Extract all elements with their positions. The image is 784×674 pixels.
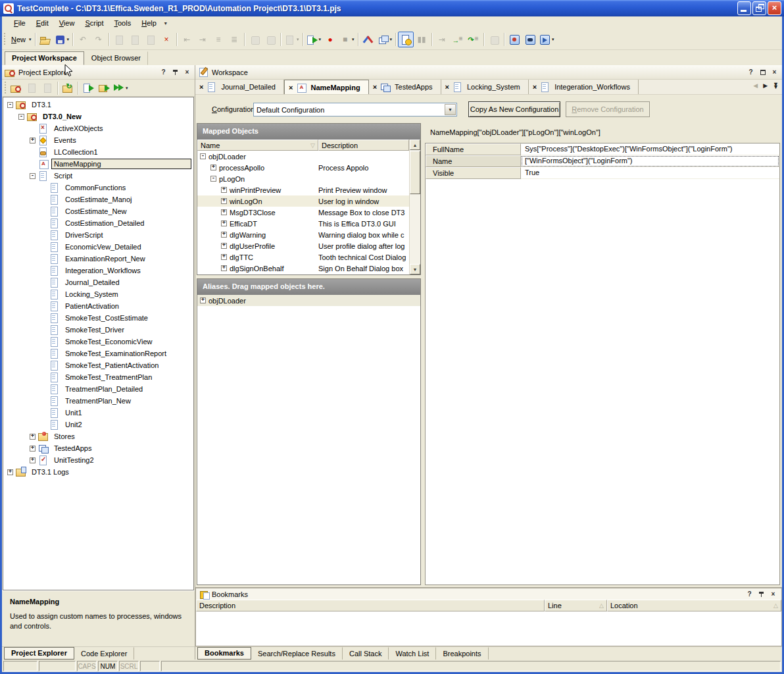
save-icon-dropdown-arrow-icon[interactable]: ▾: [66, 37, 70, 42]
run-project-suite-icon-dropdown-arrow-icon[interactable]: ▾: [124, 86, 128, 91]
doc-tab-namemapping[interactable]: ×NameMapping: [284, 80, 369, 94]
property-value[interactable]: True: [521, 167, 779, 179]
expander-icon[interactable]: +: [221, 187, 227, 193]
expander-icon[interactable]: +: [30, 457, 36, 463]
run-project-suite-icon[interactable]: ▾: [112, 80, 130, 96]
tab-scroll-left-icon[interactable]: ◀: [753, 82, 758, 89]
mapped-object-msgdt3close[interactable]: +MsgDT3CloseMessage Box to close DT3: [197, 207, 409, 218]
new-button[interactable]: New▾: [7, 32, 33, 47]
open-icon[interactable]: [37, 32, 53, 47]
expander-icon[interactable]: +: [221, 198, 227, 204]
tree-item-namemapping[interactable]: NameMapping: [3, 158, 193, 170]
tree-item-economicvew-detailed[interactable]: EconomicVew_Detailed: [3, 241, 193, 253]
mapped-objects-scrollbar[interactable]: ▲ ▼: [409, 140, 420, 274]
expander-icon[interactable]: +: [221, 254, 227, 260]
bookmarks-help-icon[interactable]: ?: [745, 590, 754, 599]
tree-item-script[interactable]: -Script: [3, 170, 193, 182]
tree-item-unit1[interactable]: Unit1: [3, 407, 193, 419]
mapped-object-efficadt[interactable]: +EfficaDTThis is Effica DT3.0 GUI: [197, 218, 409, 229]
property-row-fullname[interactable]: FullNameSys["Process"]("DesktopExec")["W…: [426, 143, 779, 155]
scroll-down-icon[interactable]: ▼: [410, 264, 420, 274]
copy-configuration-button[interactable]: Copy As New Configuration: [468, 101, 560, 117]
bookmarks-column-description[interactable]: Description: [196, 600, 545, 611]
tree-item-costestimate-new[interactable]: CostEstimate_New: [3, 205, 193, 217]
alias-objdloader[interactable]: +objDLoader: [197, 295, 420, 306]
highlight-panel-icon[interactable]: [398, 32, 414, 47]
tree-item-examinationreport-new[interactable]: ExaminationReport_New: [3, 253, 193, 265]
mapped-object-objdloader[interactable]: -objDLoader: [197, 151, 409, 162]
mapped-object-winlogon[interactable]: +winLogOnUser log in window: [197, 195, 409, 207]
expander-icon[interactable]: -: [210, 176, 216, 182]
pin-icon[interactable]: [170, 68, 180, 77]
tree-item-dt3-1[interactable]: -DT3.1: [3, 99, 193, 111]
run-icon-dropdown-arrow-icon[interactable]: ▾: [318, 37, 322, 42]
tree-item-driverscript[interactable]: DriverScript: [3, 229, 193, 241]
footer-tab-breakpoints[interactable]: Breakpoints: [436, 647, 488, 660]
doc-tab-integeration-workflows[interactable]: ×Integeration_Workflows: [529, 80, 639, 94]
footer-tab-watch-list[interactable]: Watch List: [389, 647, 436, 660]
tree-item-smoketest-driver[interactable]: SmokeTest_Driver: [3, 324, 193, 336]
debug-info-icon-dropdown-arrow-icon[interactable]: ▾: [551, 37, 554, 42]
tree-item-testedapps[interactable]: +TestedApps: [3, 442, 193, 454]
step-out-icon[interactable]: [466, 32, 481, 47]
tab-object-browser[interactable]: Object Browser: [84, 51, 148, 65]
tree-item-journal-detailed[interactable]: Journal_Detailed: [3, 276, 193, 288]
tree-item-activexobjects[interactable]: ActiveXObjects: [3, 122, 193, 134]
expander-icon[interactable]: +: [30, 434, 36, 440]
footer-tab-call-stack[interactable]: Call Stack: [343, 647, 389, 660]
bookmarks-column-location[interactable]: Location△: [607, 600, 781, 611]
options-icon[interactable]: [360, 32, 376, 47]
bookmarks-column-line[interactable]: Line△: [545, 600, 607, 611]
compile-icon-dropdown-arrow-icon[interactable]: ▾: [295, 37, 299, 42]
new-window-icon[interactable]: ▾: [376, 32, 394, 47]
close-tab-icon[interactable]: ×: [373, 83, 377, 91]
refresh-icon[interactable]: [60, 80, 76, 96]
tree-item-commonfunctions[interactable]: CommonFunctions: [3, 182, 193, 194]
tree-item-smoketest-treatmentplan[interactable]: SmokeTest_TreatmentPlan: [3, 371, 193, 383]
stop-icon[interactable]: ■▾: [338, 32, 356, 47]
menu-view[interactable]: View: [54, 18, 80, 28]
workspace-close-icon[interactable]: ×: [770, 68, 779, 77]
run-project-icon[interactable]: [96, 80, 112, 96]
scrollbar-thumb[interactable]: [410, 151, 420, 194]
property-row-name[interactable]: Name["WinFormsObject"]("LoginForm"): [426, 155, 779, 167]
mapped-object-winprintpreview[interactable]: +winPrintPreviewPrint Preview window: [197, 184, 409, 195]
workspace-maximize-icon[interactable]: [758, 68, 768, 77]
expander-icon[interactable]: +: [221, 243, 227, 249]
tab-list-icon[interactable]: ▼▼: [773, 83, 779, 88]
tree-item-costestimate-manoj[interactable]: CostEstimate_Manoj: [3, 194, 193, 205]
footer-tab-code-explorer[interactable]: Code Explorer: [74, 647, 134, 660]
tab-scroll-right-icon[interactable]: ▶: [763, 82, 768, 89]
expander-icon[interactable]: +: [221, 232, 227, 238]
tree-item-smoketest-examinationreport[interactable]: SmokeTest_ExaminationReport: [3, 348, 193, 359]
bookmarks-close-icon[interactable]: ×: [768, 590, 778, 599]
expander-icon[interactable]: +: [30, 446, 36, 452]
mapped-object-processapollo[interactable]: +processApolloProcess Appolo: [197, 162, 409, 173]
close-tab-icon[interactable]: ×: [445, 83, 449, 91]
property-row-visible[interactable]: VisibleTrue: [426, 167, 779, 179]
combo-arrow-icon[interactable]: ▼: [445, 104, 456, 115]
expander-icon[interactable]: -: [200, 153, 206, 159]
tree-item-smoketest-costestimate[interactable]: SmokeTest_CostEstimate: [3, 312, 193, 324]
expander-icon[interactable]: +: [200, 298, 206, 303]
expander-icon[interactable]: +: [221, 265, 227, 271]
save-icon[interactable]: ▾: [53, 32, 71, 47]
new-button-dropdown-arrow-icon[interactable]: ▾: [28, 37, 32, 42]
configuration-select[interactable]: Default Configuration ▼: [253, 103, 457, 117]
doc-tab-locking-system[interactable]: ×Locking_System: [441, 80, 529, 94]
scroll-up-icon[interactable]: ▲: [410, 140, 420, 150]
expander-icon[interactable]: +: [7, 469, 13, 475]
expander-icon[interactable]: +: [210, 165, 216, 170]
add-project-item-icon[interactable]: [8, 80, 24, 96]
remove-configuration-button[interactable]: Remove Configuration: [566, 101, 650, 117]
tree-item-events[interactable]: +Events: [3, 134, 193, 146]
tree-item-integeration-workflows[interactable]: Integeration_Workflows: [3, 265, 193, 276]
tree-item-dt3-0-new[interactable]: -DT3.0_New: [3, 111, 193, 122]
record-icon[interactable]: ●: [322, 32, 338, 47]
restore-button[interactable]: [752, 1, 766, 15]
close-tab-icon[interactable]: ×: [199, 83, 203, 91]
tree-item-llcollection1[interactable]: LLCollection1: [3, 146, 193, 158]
bookmarks-pin-icon[interactable]: [756, 590, 766, 599]
tree-item-locking-system[interactable]: Locking_System: [3, 288, 193, 300]
minimize-button[interactable]: [737, 1, 751, 15]
